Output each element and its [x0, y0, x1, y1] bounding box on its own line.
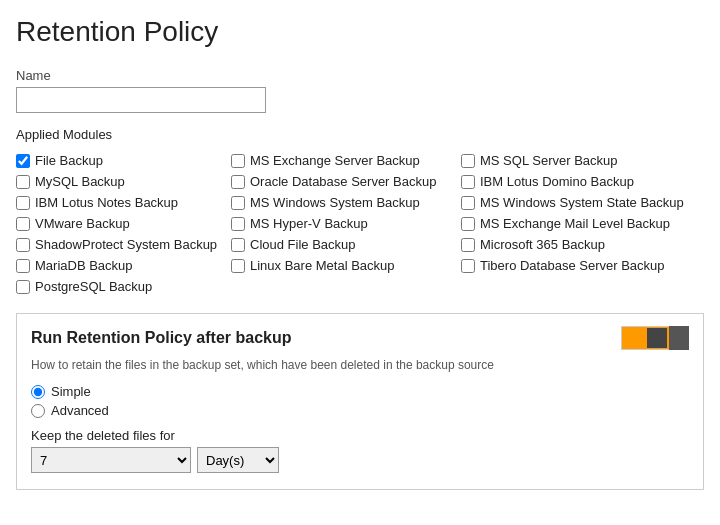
keep-row: 7 14 30 60 90 Day(s) Week(s) Month(s) [31, 447, 689, 473]
radio-simple[interactable]: Simple [31, 382, 689, 401]
module-ibm-notes-backup[interactable]: IBM Lotus Notes Backup [16, 192, 231, 213]
module-file-backup[interactable]: File Backup [16, 150, 231, 171]
toggle-track[interactable] [621, 326, 669, 350]
toggle-end [669, 326, 689, 350]
module-oracle-backup[interactable]: Oracle Database Server Backup [231, 171, 461, 192]
applied-modules-label: Applied Modules [16, 127, 704, 142]
radio-advanced[interactable]: Advanced [31, 401, 689, 420]
page-title: Retention Policy [16, 16, 704, 48]
module-mysql-backup[interactable]: MySQL Backup [16, 171, 231, 192]
keep-unit-select[interactable]: Day(s) Week(s) Month(s) [197, 447, 279, 473]
name-input[interactable] [16, 87, 266, 113]
retention-title: Run Retention Policy after backup [31, 329, 291, 347]
module-ms-hyper-v-backup[interactable]: MS Hyper-V Backup [231, 213, 461, 234]
retention-header: Run Retention Policy after backup [31, 326, 689, 350]
modules-grid: File Backup MS Exchange Server Backup MS… [16, 150, 704, 297]
module-shadowprotect-backup[interactable]: ShadowProtect System Backup [16, 234, 231, 255]
module-cloud-file-backup[interactable]: Cloud File Backup [231, 234, 461, 255]
module-linux-bare-metal-backup[interactable]: Linux Bare Metal Backup [231, 255, 461, 276]
module-mariadb-backup[interactable]: MariaDB Backup [16, 255, 231, 276]
keep-days-select[interactable]: 7 14 30 60 90 [31, 447, 191, 473]
module-ms-exchange-backup[interactable]: MS Exchange Server Backup [231, 150, 461, 171]
module-tibero-backup[interactable]: Tibero Database Server Backup [461, 255, 720, 276]
module-ms-windows-state-backup[interactable]: MS Windows System State Backup [461, 192, 720, 213]
name-label: Name [16, 68, 704, 83]
retention-radio-group: Simple Advanced [31, 382, 689, 420]
module-postgresql-backup[interactable]: PostgreSQL Backup [16, 276, 231, 297]
retention-description: How to retain the files in the backup se… [31, 358, 689, 372]
module-ms-exchange-mail-backup[interactable]: MS Exchange Mail Level Backup [461, 213, 720, 234]
retention-policy-box: Run Retention Policy after backup How to… [16, 313, 704, 490]
module-vmware-backup[interactable]: VMware Backup [16, 213, 231, 234]
module-ms-windows-backup[interactable]: MS Windows System Backup [231, 192, 461, 213]
module-microsoft-365-backup[interactable]: Microsoft 365 Backup [461, 234, 720, 255]
keep-label: Keep the deleted files for [31, 428, 689, 443]
toggle-knob [647, 328, 667, 348]
retention-toggle[interactable] [621, 326, 689, 350]
main-page: Retention Policy Name Applied Modules Fi… [0, 0, 720, 506]
module-ibm-domino-backup[interactable]: IBM Lotus Domino Backup [461, 171, 720, 192]
module-ms-sql-backup[interactable]: MS SQL Server Backup [461, 150, 720, 171]
